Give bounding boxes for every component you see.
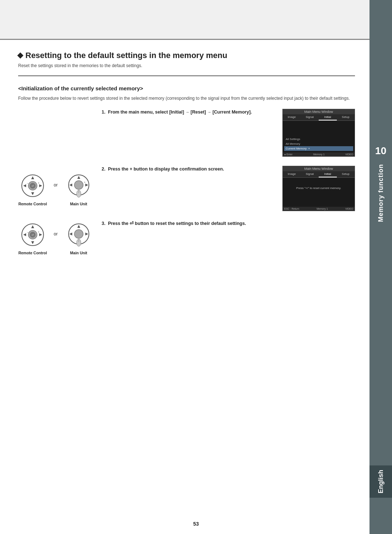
step-3-devices: + – ⏎ Remote Control or xyxy=(18,220,94,255)
menu-screenshot-2: Main Menu Window Image Signal Initial Se… xyxy=(282,166,355,211)
svg-marker-23 xyxy=(23,233,26,236)
svg-point-30 xyxy=(74,230,83,238)
menu-tab-image-1: Image xyxy=(283,114,301,120)
right-sidebar: 10 Memory function English xyxy=(369,0,392,534)
svg-text:–: – xyxy=(27,181,29,185)
svg-marker-5 xyxy=(39,184,42,187)
step-1-content: 1. From the main menu, select [Initial] … xyxy=(102,109,275,116)
page-number: 53 xyxy=(193,521,199,527)
step-3-bold: Press the ⏎ button to reset the settings… xyxy=(108,221,246,226)
menu-footer-memory-2: Memory 1 xyxy=(317,208,328,210)
diamond-icon xyxy=(17,53,24,59)
menu-body-2: Press "+/" to reset current memory. xyxy=(283,178,355,207)
step-2-text: 2. Press the + button to display the con… xyxy=(102,166,275,173)
svg-marker-4 xyxy=(23,184,26,187)
main-unit-svg-1: + xyxy=(64,171,93,200)
sidebar-chapter-number: 10 xyxy=(375,145,386,157)
main-unit-svg-2 xyxy=(64,220,93,249)
svg-text:+: + xyxy=(38,230,40,234)
remote-label-1: Remote Control xyxy=(19,202,47,206)
main-unit-label-1: Main Unit xyxy=(70,202,87,206)
main-unit-group-2: Main Unit xyxy=(64,220,93,255)
remote-control-svg-2: + – ⏎ xyxy=(18,220,47,249)
step-3-text: 3. Press the ⏎ button to reset the setti… xyxy=(102,220,355,227)
menu-tab-signal-1: Signal xyxy=(301,114,319,120)
menu-footer-esc: ESC : Return xyxy=(284,208,299,210)
step-2-content: 2. Press the + button to display the con… xyxy=(102,166,275,173)
svg-text:+: + xyxy=(38,181,40,185)
svg-marker-21 xyxy=(31,225,34,228)
step-3-content: 3. Press the ⏎ button to reset the setti… xyxy=(102,220,355,255)
menu-tabs-1: Image Signal Initial Setup xyxy=(283,114,355,121)
svg-point-11 xyxy=(74,181,83,189)
step-2-devices: + – ⏎ Remote Control or + xyxy=(18,166,94,211)
menu-item-allsettings: All Settings xyxy=(284,137,353,141)
svg-marker-34 xyxy=(85,233,88,235)
main-unit-group-1: + Main Unit xyxy=(64,171,93,206)
step-1-bold: From the main menu, select [Initial] → [… xyxy=(108,110,252,115)
menu-tab-initial-1: Initial xyxy=(319,114,337,120)
svg-marker-14 xyxy=(69,184,72,186)
menu-footer-video-1: VIDEO xyxy=(345,153,353,156)
step-2-number: 2. xyxy=(102,167,105,172)
menu-tab-signal-2: Signal xyxy=(301,171,319,177)
svg-text:–: – xyxy=(27,230,29,234)
menu-screenshot-1: Main Menu Window Image Signal Initial Se… xyxy=(282,109,355,157)
menu-footer-memory-1: Memory 1 xyxy=(313,153,324,156)
svg-text:⏎: ⏎ xyxy=(32,185,34,187)
remote-control-svg-1: + – ⏎ xyxy=(18,171,47,200)
menu-item-currentmemory: Current Memory + xyxy=(284,146,353,151)
menu-footer-1: ● Enter Memory 1 VIDEO xyxy=(283,152,355,156)
svg-text:+: + xyxy=(84,181,86,184)
subtitle: Reset the settings stored in the memorie… xyxy=(18,63,355,68)
svg-marker-31 xyxy=(77,225,80,228)
step-1-right: 1. From the main menu, select [Initial] … xyxy=(102,109,355,157)
step-1-number: 1. xyxy=(102,110,105,115)
menu-tab-setup-2: Setup xyxy=(337,171,355,177)
svg-text:⏎: ⏎ xyxy=(32,234,34,236)
menu-footer-enter: ● Enter xyxy=(284,153,293,156)
step-3-number: 3. xyxy=(102,221,105,226)
svg-marker-2 xyxy=(31,176,34,179)
svg-marker-24 xyxy=(39,233,42,236)
sidebar-chapter-label: Memory function xyxy=(377,164,385,222)
top-bar xyxy=(0,0,392,40)
step-2-bold: Press the + button to display the confir… xyxy=(108,167,224,172)
menu-tab-setup-1: Setup xyxy=(337,114,355,120)
svg-marker-3 xyxy=(31,192,34,195)
sidebar-language-label: English xyxy=(369,465,392,498)
svg-marker-33 xyxy=(69,233,72,235)
menu-message-2: Press "+/" to reset current memory. xyxy=(284,179,353,193)
remote-control-group-1: + – ⏎ Remote Control xyxy=(18,171,47,206)
step-1-text: 1. From the main menu, select [Initial] … xyxy=(102,109,275,116)
or-text-1: or xyxy=(54,182,58,195)
main-unit-label-2: Main Unit xyxy=(70,251,87,255)
menu-title-1: Main Menu Window xyxy=(283,109,355,114)
step-2-right: 2. Press the + button to display the con… xyxy=(102,166,355,211)
step-3-row: + – ⏎ Remote Control or xyxy=(18,220,355,255)
step-2-row: + – ⏎ Remote Control or + xyxy=(18,166,355,211)
or-text-2: or xyxy=(54,231,58,244)
step-1-row: 1. From the main menu, select [Initial] … xyxy=(18,109,355,157)
menu-tabs-2: Image Signal Initial Setup xyxy=(283,171,355,178)
svg-marker-12 xyxy=(77,176,80,179)
menu-body-1: All Settings All Memory Current Memory + xyxy=(283,121,355,152)
page-title: Resetting to the default settings in the… xyxy=(18,51,355,60)
svg-marker-22 xyxy=(31,241,34,244)
remote-label-2: Remote Control xyxy=(19,251,47,255)
menu-item-allmemory: All Memory xyxy=(284,141,353,146)
menu-footer-2: ESC : Return Memory 1 VIDEO xyxy=(283,207,355,211)
menu-tab-image-2: Image xyxy=(283,171,301,177)
remote-control-group-2: + – ⏎ Remote Control xyxy=(18,220,47,255)
menu-title-2: Main Menu Window xyxy=(283,166,355,171)
step-1-left-spacer xyxy=(18,109,94,157)
menu-tab-initial-2: Initial xyxy=(319,171,337,177)
svg-marker-15 xyxy=(85,184,88,186)
section-heading: <Initialization of the currently selecte… xyxy=(18,85,355,91)
main-content: Resetting to the default settings in the… xyxy=(0,40,369,534)
section-description: Follow the procedure below to revert set… xyxy=(18,95,355,102)
divider xyxy=(18,75,355,76)
menu-footer-video-2: VIDEO xyxy=(345,208,353,210)
